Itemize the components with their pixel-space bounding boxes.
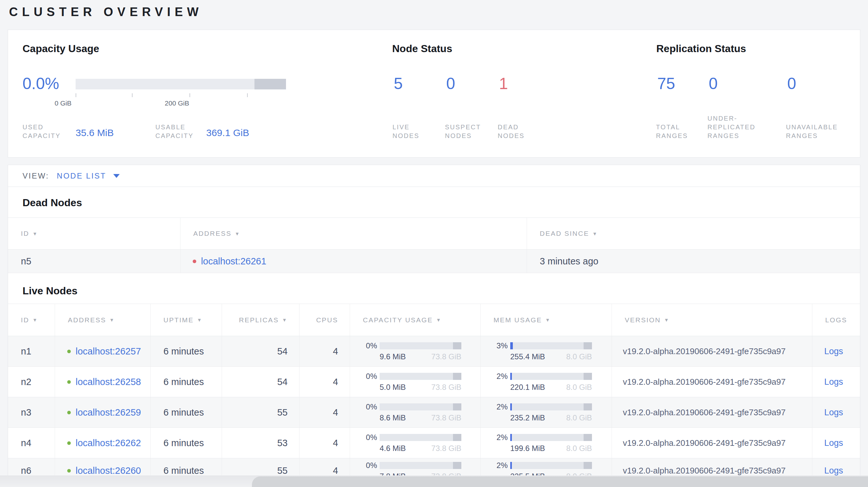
- summary-stat-value: 1: [499, 74, 508, 93]
- table-row: n1localhost:262576 minutes5440%9.6 MiB73…: [8, 336, 860, 367]
- capacity-usage-cap-segment: [453, 373, 461, 380]
- logs-link[interactable]: Logs: [824, 408, 843, 418]
- column-header-id[interactable]: ID▼: [8, 304, 55, 336]
- summary-stat-label: DEAD NODES: [498, 123, 538, 140]
- sort-arrow-icon: ▼: [592, 231, 598, 236]
- capacity-usage-heading: Capacity Usage: [23, 43, 99, 55]
- logs-link[interactable]: Logs: [824, 438, 843, 448]
- mem-total-value: 8.0 GiB: [566, 444, 592, 453]
- view-label: VIEW:: [23, 171, 49, 181]
- node-status-heading: Node Status: [392, 43, 452, 55]
- mem-usage-fill: [510, 342, 513, 349]
- usable-capacity-value: 369.1 GiB: [206, 127, 249, 138]
- summary-stat-value: 5: [394, 74, 403, 93]
- version-value: v19.2.0-alpha.20190606-2491-gfe735c9a97: [623, 408, 786, 418]
- summary-stat-label: TOTAL RANGES: [656, 123, 700, 140]
- capacity-usage-bar: [75, 79, 286, 90]
- live-nodes-table: ID▼ADDRESS▼UPTIME▼REPLICAS▼CPUSCAPACITY …: [8, 304, 860, 483]
- version-value: v19.2.0-alpha.20190606-2491-gfe735c9a97: [623, 438, 786, 448]
- node-address-link[interactable]: localhost:26261: [201, 256, 267, 267]
- logs-link[interactable]: Logs: [824, 466, 843, 476]
- table-header-row: ID▼ADDRESS▼DEAD SINCE▼: [8, 218, 860, 250]
- table-row: n5localhost:262613 minutes ago: [8, 250, 860, 273]
- view-mode-dropdown[interactable]: NODE LIST: [57, 171, 120, 181]
- cell-node-id: n3: [8, 397, 55, 427]
- mem-usage-fill: [510, 373, 512, 380]
- cell-capacity-usage: 0%4.6 MiB73.8 GiB: [350, 428, 480, 458]
- capacity-used-value: 5.0 MiB: [380, 383, 406, 392]
- cell-logs: Logs: [812, 397, 860, 427]
- capacity-used-value: 9.6 MiB: [380, 352, 406, 361]
- column-header-replicas[interactable]: REPLICAS▼: [222, 304, 300, 336]
- logs-link[interactable]: Logs: [824, 347, 843, 356]
- live-status-dot-icon: [67, 350, 71, 353]
- summary-stat-label: UNAVAILABLE RANGES: [786, 123, 854, 140]
- node-address-link[interactable]: localhost:26260: [75, 465, 141, 476]
- sort-arrow-icon: ▼: [32, 317, 38, 323]
- cell-version: v19.2.0-alpha.20190606-2491-gfe735c9a97: [612, 428, 812, 458]
- column-header-address[interactable]: ADDRESS▼: [181, 218, 527, 249]
- cell-uptime: 6 minutes: [151, 397, 222, 427]
- column-header-label: ADDRESS: [193, 230, 231, 237]
- capacity-usage-bar: [380, 462, 461, 469]
- node-address-link[interactable]: localhost:26258: [75, 377, 141, 387]
- cell-cpus: 4: [300, 397, 350, 427]
- used-capacity-value: 35.6 MiB: [75, 127, 114, 138]
- node-address-link[interactable]: localhost:26262: [75, 438, 141, 448]
- cell-version: v19.2.0-alpha.20190606-2491-gfe735c9a97: [612, 336, 812, 366]
- capacity-usage-percent: 0%: [362, 461, 377, 470]
- column-header-version[interactable]: VERSION▼: [612, 304, 812, 336]
- capacity-percent-value: 0.0%: [23, 74, 59, 93]
- summary-stat-value: 0: [709, 74, 718, 93]
- capacity-usage-bar: [380, 403, 461, 411]
- dead-nodes-table: ID▼ADDRESS▼DEAD SINCE▼n5localhost:262613…: [8, 218, 860, 273]
- version-value: v19.2.0-alpha.20190606-2491-gfe735c9a97: [623, 377, 786, 387]
- node-address-link[interactable]: localhost:26257: [75, 346, 141, 357]
- cell-uptime: 6 minutes: [151, 336, 222, 366]
- cell-address: localhost:26258: [55, 367, 151, 397]
- sort-arrow-icon: ▼: [197, 317, 203, 323]
- mem-usage-cap-segment: [584, 373, 592, 380]
- column-header-address[interactable]: ADDRESS▼: [55, 304, 151, 336]
- cluster-summary-card: Capacity Usage 0.0% 0 GiB200 GiB USED CA…: [8, 30, 860, 158]
- table-row: n3localhost:262596 minutes5540%8.6 MiB73…: [8, 397, 860, 428]
- cell-dead-since: 3 minutes ago: [527, 250, 860, 273]
- capacity-usage-cap-segment: [453, 403, 461, 411]
- sort-arrow-icon: ▼: [664, 317, 670, 323]
- capacity-axis-tick: [247, 93, 248, 97]
- capacity-total-value: 73.8 GiB: [431, 383, 461, 392]
- mem-usage-bar: [510, 342, 592, 349]
- sort-arrow-icon: ▼: [32, 231, 38, 236]
- column-header-dead-since[interactable]: DEAD SINCE▼: [527, 218, 860, 249]
- page-title: CLUSTER OVERVIEW: [9, 5, 203, 19]
- column-header-uptime[interactable]: UPTIME▼: [151, 304, 222, 336]
- cell-uptime: 6 minutes: [151, 428, 222, 458]
- mem-used-value: 235.2 MiB: [510, 413, 545, 422]
- column-header-mem-usage[interactable]: MEM USAGE▼: [480, 304, 612, 336]
- column-header-id[interactable]: ID▼: [8, 218, 181, 249]
- capacity-usage-percent: 0%: [362, 341, 377, 350]
- node-address-link[interactable]: localhost:26259: [75, 407, 141, 418]
- column-header-label: ADDRESS: [68, 316, 106, 324]
- column-header-capacity-usage[interactable]: CAPACITY USAGE▼: [350, 304, 480, 336]
- capacity-axis-tick-label: 200 GiB: [158, 99, 196, 107]
- mem-used-value: 199.6 MiB: [510, 444, 545, 453]
- cell-replicas: 54: [222, 336, 300, 366]
- cell-address: localhost:26257: [55, 336, 151, 366]
- capacity-usage-graph: 0%4.6 MiB73.8 GiB: [362, 433, 461, 453]
- cell-node-id: n2: [8, 367, 55, 397]
- mem-usage-cap-segment: [584, 342, 592, 349]
- cell-logs: Logs: [812, 428, 860, 458]
- cell-logs: Logs: [812, 367, 860, 397]
- mem-usage-fill: [510, 434, 512, 441]
- sort-arrow-icon: ▼: [282, 317, 288, 323]
- mem-usage-cap-segment: [584, 403, 592, 411]
- mem-usage-bar: [510, 403, 592, 411]
- capacity-usage-bar: [380, 434, 461, 441]
- column-header-label: LOGS: [825, 316, 847, 324]
- live-status-dot-icon: [67, 469, 71, 473]
- bottom-scroll-bar[interactable]: [252, 476, 868, 487]
- logs-link[interactable]: Logs: [824, 377, 843, 387]
- column-header-label: ID: [21, 230, 29, 237]
- mem-usage-cap-segment: [584, 434, 592, 441]
